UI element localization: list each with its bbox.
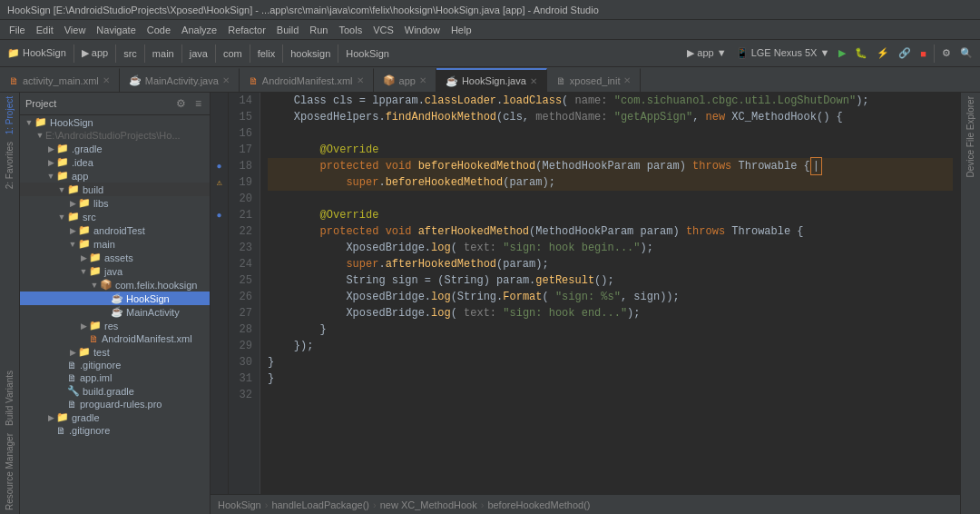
menu-build[interactable]: Build [271,23,304,37]
toolbar-felix-btn[interactable]: felix [254,46,279,61]
right-tab-device-files[interactable]: Device File Explorer [964,93,977,181]
tree-hooksign-file[interactable]: ☕HookSign [20,292,210,305]
close-tab-6[interactable]: ✕ [623,75,631,85]
menu-edit[interactable]: Edit [31,23,59,37]
separator-1 [74,44,74,63]
ln-17: 17 [236,142,252,158]
tab-app[interactable]: 📦 app ✕ [374,68,436,92]
tree-test[interactable]: ▶📁test [20,345,210,359]
toolbar-java-btn[interactable]: java [186,46,211,61]
tree-java[interactable]: ▼📁java [20,264,210,278]
close-tab-3[interactable]: ✕ [357,75,364,85]
run-config-btn[interactable]: ▶ app ▼ [683,45,730,61]
menu-vcs[interactable]: VCS [368,23,399,37]
tree-proguard[interactable]: 🗎proguard-rules.pro [20,398,210,410]
menu-run[interactable]: Run [304,23,333,37]
tree-build[interactable]: ▼📁build [20,183,210,196]
sidebar-tab-project[interactable]: 1: Project [3,93,16,138]
menu-navigate[interactable]: Navigate [91,23,141,37]
breadcrumb-item-3[interactable]: new XC_MethodHook [380,499,477,510]
menu-help[interactable]: Help [446,23,477,37]
gutter-15 [211,109,228,125]
menu-file[interactable]: File [4,23,31,37]
tree-build-gradle[interactable]: 🔧build.gradle [20,384,210,398]
code-gutter-icons: ● ⚠ ● [211,93,229,494]
tree-androidtest[interactable]: ▶📁androidTest [20,223,210,237]
breadcrumb-item-4[interactable]: beforeHookedMethod() [487,499,590,510]
sidebar-collapse[interactable]: ≡ [192,96,204,111]
code-line-18: protected void beforeHookedMethod(Method… [268,158,953,174]
run-btn[interactable]: ▶ [835,45,849,61]
sidebar-tab-build-variants[interactable]: Build Variants [3,367,16,430]
menu-tools[interactable]: Tools [333,23,368,37]
tree-src[interactable]: ▼📁src [20,210,210,223]
toolbar-main-btn[interactable]: main [149,46,178,61]
close-tab-5[interactable]: ✕ [530,76,537,86]
tree-libs[interactable]: ▶📁libs [20,196,210,210]
editor-tab-bar: 🗎 activity_main.xml ✕ ☕ MainActivity.jav… [0,67,980,93]
menu-window[interactable]: Window [399,23,446,37]
debug-btn[interactable]: 🐛 [851,45,871,61]
search-btn[interactable]: 🔍 [956,45,976,61]
gutter-17 [211,142,228,158]
device-select-btn[interactable]: 📱 LGE Nexus 5X ▼ [732,45,834,61]
sidebar-tab-favorites[interactable]: 2: Favorites [3,138,16,193]
attach-btn[interactable]: 🔗 [895,45,915,61]
tree-gitignore-app[interactable]: 🗎.gitignore [20,359,210,371]
code-line-32 [268,387,953,403]
menu-refactor[interactable]: Refactor [222,23,271,37]
breadcrumb-item-1[interactable]: HookSign [218,499,261,510]
close-tab-1[interactable]: ✕ [103,75,110,85]
sidebar-tree[interactable]: ▼📁HookSign ▼E:\AndroidStudioProjects\Ho.… [20,115,210,514]
code-content[interactable]: ● ⚠ ● 14 15 16 17 [211,93,960,494]
code-line-15: XposedHelpers.findAndHookMethod(cls, met… [268,109,953,125]
tree-gradle-folder[interactable]: ▶📁gradle [20,410,210,424]
tree-assets[interactable]: ▶📁assets [20,251,210,264]
toolbar-hooksign2-btn[interactable]: hooksign [287,46,334,61]
tree-app[interactable]: ▼📁app [20,169,210,183]
tab-xposed-init[interactable]: 🗎 xposed_init ✕ [547,68,642,92]
tree-idea[interactable]: ▶📁.idea [20,155,210,169]
tree-gitignore-root[interactable]: 🗎.gitignore [20,424,210,437]
toolbar-hooksign3-btn[interactable]: HookSign [342,46,393,61]
tree-res[interactable]: ▶📁res [20,319,210,332]
tab-mainactivity[interactable]: ☕ MainActivity.java ✕ [120,68,240,92]
tree-manifest[interactable]: 🗎AndroidManifest.xml [20,332,210,345]
tab-hooksign[interactable]: ☕ HookSign.java ✕ [436,68,547,92]
settings-btn[interactable]: ⚙ [938,45,955,61]
toolbar-com-btn[interactable]: com [220,46,246,61]
menu-code[interactable]: Code [142,23,176,37]
tree-app-iml[interactable]: 🗎app.iml [20,371,210,384]
tree-package[interactable]: ▼📦com.felix.hooksign [20,278,210,292]
gutter-16 [211,125,228,142]
code-line-29: }); [268,338,953,354]
stop-btn[interactable]: ■ [916,46,930,61]
code-line-24: super.afterHookedMethod(param); [268,256,953,272]
tab-androidmanifest[interactable]: 🗎 AndroidManifest.xml ✕ [240,68,374,92]
breadcrumb-item-2[interactable]: handleLoadPackage() [271,499,369,510]
gutter-31 [211,371,228,387]
tree-gradle[interactable]: ▶📁.gradle [20,142,210,155]
breadcrumb-sep-3: › [481,499,485,510]
close-tab-2[interactable]: ✕ [222,75,230,85]
close-tab-4[interactable]: ✕ [419,75,426,85]
toolbar-app-btn[interactable]: ▶ app [78,45,112,61]
code-line-20 [268,191,953,207]
menu-view[interactable]: View [59,23,92,37]
tree-project-path[interactable]: ▼E:\AndroidStudioProjects\Ho... [20,129,210,142]
left-tool-tabs: 1: Project 2: Favorites Build Variants R… [0,93,20,514]
sidebar-settings[interactable]: ⚙ [173,96,189,111]
sidebar-tab-resource[interactable]: Resource Manager [3,430,16,514]
code-text[interactable]: Class cls = lpparam.classLoader.loadClas… [260,93,960,494]
menu-analyze[interactable]: Analyze [176,23,222,37]
toolbar-src-btn[interactable]: src [120,46,141,61]
ln-16: 16 [236,125,252,142]
tab-activity-main[interactable]: 🗎 activity_main.xml ✕ [0,68,120,92]
separator-8 [338,44,338,63]
tree-hooksign-project[interactable]: ▼📁HookSign [20,115,210,129]
profile-btn[interactable]: ⚡ [873,45,893,61]
tree-main[interactable]: ▼📁main [20,237,210,251]
toolbar-hooksign-btn[interactable]: 📁 HookSign [4,45,70,61]
gutter-14 [211,93,228,109]
tree-mainactivity-file[interactable]: ☕MainActivity [20,305,210,319]
